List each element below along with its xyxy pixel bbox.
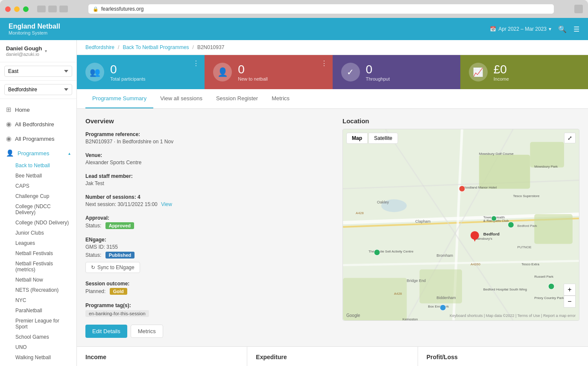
svg-rect-8 [479, 155, 530, 189]
location-icon-1: ◉ [6, 120, 12, 128]
action-buttons: Edit Details Metrics [85, 325, 334, 338]
forward-button[interactable] [48, 6, 57, 12]
sidebar-item-all-programmes[interactable]: ◉ All Programmes [0, 131, 76, 146]
date-range[interactable]: 📅 Apr 2022 – Mar 2023 ▾ [490, 26, 551, 32]
stat-income-value: £0 [494, 63, 509, 76]
income-icon: 📈 [469, 63, 488, 81]
maximize-button[interactable] [23, 6, 29, 12]
sub-nav-netball-festivals[interactable]: Netball Festivals [9, 248, 76, 259]
search-icon[interactable]: 🔍 [558, 25, 567, 33]
content-area: Overview Programme reference: B2N010937 … [77, 109, 588, 346]
browser-menu-button[interactable] [574, 5, 583, 13]
menu-icon[interactable]: ☰ [573, 25, 579, 33]
sub-nav-school-games[interactable]: School Games [9, 332, 76, 342]
svg-text:Bromham: Bromham [436, 253, 453, 258]
sub-nav: Back to Netball Bee Netball CAPS Challen… [0, 160, 76, 363]
sub-nav-challenge-cup[interactable]: Challenge Cup [9, 191, 76, 201]
map-zoom-controls: + − [564, 284, 576, 308]
edit-details-button[interactable]: Edit Details [85, 325, 127, 338]
svg-text:A428: A428 [356, 211, 364, 215]
stat-total-participants-label: Total participants [110, 76, 146, 81]
url-text: fearlessfutures.org [101, 6, 143, 12]
sub-nav-bee-netball[interactable]: Bee Netball [9, 171, 76, 181]
svg-text:Biddenham: Biddenham [436, 296, 456, 300]
sub-nav-back-to-netball[interactable]: Back to Netball [9, 160, 76, 171]
sub-nav-walking-netball[interactable]: Walking Netball [9, 352, 76, 363]
chevron-down-icon: ▾ [549, 26, 551, 32]
minimize-button[interactable] [14, 6, 20, 12]
sub-nav-college-ndcc[interactable]: College (NDCC Delivery) [9, 201, 76, 218]
zoom-in-button[interactable]: + [564, 284, 576, 296]
zoom-out-button[interactable]: − [564, 296, 576, 308]
sub-nav-nets-recreation[interactable]: NETS (Recreation) [9, 285, 76, 295]
refresh-button[interactable] [59, 6, 68, 12]
sub-nav-uno[interactable]: UNO [9, 342, 76, 352]
stat-throughput-label: Throughput [366, 76, 390, 81]
main-content: Bedfordshire / Back To Netball Programme… [77, 40, 588, 366]
sub-nav-leagues[interactable]: Leagues [9, 238, 76, 248]
sidebar-item-programmes[interactable]: 👤 Programmes ▴ [0, 146, 76, 160]
next-session-view-link[interactable]: View [161, 201, 172, 207]
user-name: Daniel Gough [6, 45, 42, 52]
svg-text:Mowsbury Golf Course: Mowsbury Golf Course [479, 152, 514, 156]
stat-throughput-value: 0 [366, 63, 390, 76]
people-icon: 👤 [6, 149, 14, 157]
tab-view-all-sessions[interactable]: View all sessions [153, 89, 209, 108]
sidebar-item-home[interactable]: ⊞ Home [0, 102, 76, 117]
map-expand-button[interactable]: ⤢ [564, 133, 576, 143]
map-container: Map Satellite ⤢ [342, 129, 579, 321]
close-button[interactable] [5, 6, 11, 12]
map-button[interactable]: Map [346, 133, 368, 144]
stat-menu-1[interactable]: ⋮ [193, 59, 199, 67]
user-section: Daniel Gough daniel@azuki.io ▾ [0, 40, 76, 62]
sub-nav-junior-clubs[interactable]: Junior Clubs [9, 228, 76, 238]
user-dropdown[interactable]: Daniel Gough daniel@azuki.io ▾ [6, 45, 70, 57]
header-right: 📅 Apr 2022 – Mar 2023 ▾ 🔍 ☰ [490, 25, 579, 33]
sub-nav-premier-league-sport[interactable]: Premier League for Sport [9, 316, 76, 332]
app-body: Daniel Gough daniel@azuki.io ▾ East Bedf… [0, 40, 588, 366]
tab-programme-summary[interactable]: Programme Summary [85, 89, 153, 108]
app-subtitle: Monitoring System [9, 30, 60, 35]
svg-text:A4260: A4260 [471, 262, 481, 266]
satellite-button[interactable]: Satellite [369, 133, 398, 144]
sidebar-item-all-bedfordshire[interactable]: ◉ All Bedfordshire [0, 117, 76, 131]
county-dropdown-section: Bedfordshire [0, 81, 76, 99]
income-section: Income [77, 347, 247, 366]
google-attribution: Google [346, 313, 360, 318]
income-title: Income [85, 354, 238, 360]
metrics-button[interactable]: Metrics [131, 325, 163, 338]
stat-income-label: Income [494, 76, 509, 81]
tab-metrics[interactable]: Metrics [265, 89, 296, 108]
participants-icon: 👥 [85, 63, 104, 81]
svg-text:Oakley: Oakley [377, 200, 389, 204]
sessions-label: Number of sessions: 4 [85, 194, 334, 200]
throughput-icon: ✓ [341, 63, 360, 81]
session-outcome-value: Planned: Gold [85, 288, 334, 295]
sub-nav-paranetball[interactable]: ParaNetball [9, 305, 76, 316]
svg-text:Clapham: Clapham [415, 219, 430, 224]
county-dropdown[interactable]: Bedfordshire [4, 84, 72, 95]
breadcrumb-bedfordshire[interactable]: Bedfordshire [85, 44, 114, 50]
sync-button[interactable]: ↻ Sync to ENgage [85, 262, 140, 273]
sub-nav-college-ndo[interactable]: College (NDO Delivery) [9, 218, 76, 228]
programme-tag-chip: en-banking-for-this-session [85, 310, 149, 317]
sub-nav-netball-festivals-metrics[interactable]: Netball Festivals (metrics) [9, 259, 76, 275]
svg-text:A428: A428 [394, 292, 402, 296]
sub-nav-netball-now[interactable]: Netball Now [9, 275, 76, 285]
stat-card-total-participants: 👥 0 Total participants ⋮ [77, 55, 205, 89]
breadcrumb-back-to-netball[interactable]: Back To Netball Programmes [123, 44, 189, 50]
region-dropdown[interactable]: East [4, 66, 72, 77]
tab-session-register[interactable]: Session Register [209, 89, 265, 108]
back-button[interactable] [37, 6, 46, 12]
svg-text:Woodland Manor Hotel: Woodland Manor Hotel [462, 186, 497, 189]
address-bar[interactable]: 🔒 fearlessfutures.org [88, 4, 554, 14]
profit-loss-section: Profit/Loss [418, 347, 588, 366]
svg-point-38 [459, 186, 465, 192]
date-range-text: Apr 2022 – Mar 2023 [498, 26, 547, 32]
sub-nav-caps[interactable]: CAPS [9, 181, 76, 191]
stats-row: 👥 0 Total participants ⋮ 👤 0 New to netb… [77, 55, 588, 89]
svg-text:Mowsbury Park: Mowsbury Park [534, 165, 558, 168]
browser-titlebar: 🔒 fearlessfutures.org [0, 0, 588, 18]
sub-nav-nyc[interactable]: NYC [9, 295, 76, 305]
stat-menu-2[interactable]: ⋮ [321, 59, 328, 67]
